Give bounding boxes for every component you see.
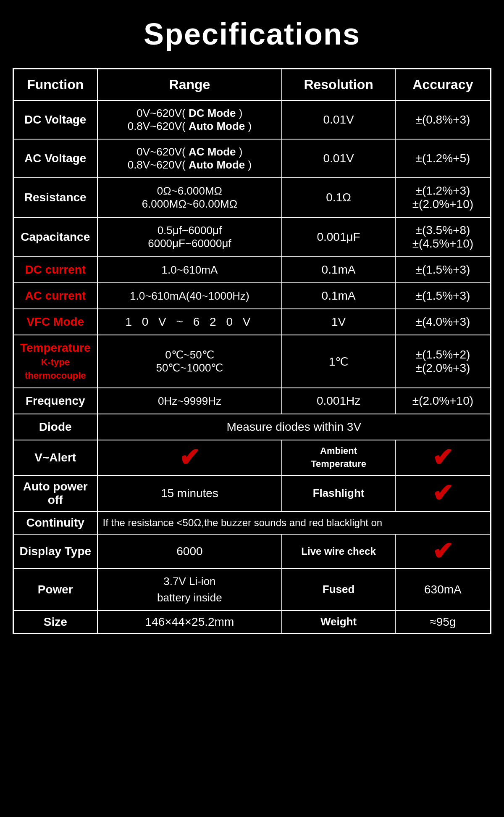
resolution-dc-voltage: 0.01V bbox=[282, 100, 395, 139]
table-row-autopoweroff: Auto power off 15 minutes Flashlight ✔ bbox=[13, 475, 491, 511]
displaytype-label-right: Live wire check bbox=[282, 534, 395, 569]
range-ac-voltage: 0V~620V( AC Mode )0.8V~620V( Auto Mode ) bbox=[97, 139, 282, 178]
range-resistance: 0Ω~6.000MΩ6.000MΩ~60.00MΩ bbox=[97, 178, 282, 217]
header-function: Function bbox=[13, 69, 97, 101]
resolution-vfc-mode: 1V bbox=[282, 309, 395, 335]
autopoweroff-label-right: Flashlight bbox=[282, 475, 395, 511]
accuracy-capacitance: ±(3.5%+8)±(4.5%+10) bbox=[395, 217, 491, 257]
table-row: Resistance 0Ω~6.000MΩ6.000MΩ~60.00MΩ 0.1… bbox=[13, 178, 491, 217]
size-label-right: Weight bbox=[282, 611, 395, 634]
accuracy-temperature: ±(1.5%+2)±(2.0%+3) bbox=[395, 335, 491, 388]
table-row: AC current 1.0~610mA(40~1000Hz) 0.1mA ±(… bbox=[13, 283, 491, 309]
range-diode: Measure diodes within 3V bbox=[97, 414, 491, 440]
table-row-displaytype: Display Type 6000 Live wire check ✔ bbox=[13, 534, 491, 569]
accuracy-ac-current: ±(1.5%+3) bbox=[395, 283, 491, 309]
table-row-valert: V~Alert ✔ AmbientTemperature ✔ bbox=[13, 440, 491, 475]
header-resolution: Resolution bbox=[282, 69, 395, 101]
function-size: Size bbox=[13, 611, 97, 634]
table-row: DC Voltage 0V~620V( DC Mode )0.8V~620V( … bbox=[13, 100, 491, 139]
function-power: Power bbox=[13, 569, 97, 611]
table-row: Diode Measure diodes within 3V bbox=[13, 414, 491, 440]
header-accuracy: Accuracy bbox=[395, 69, 491, 101]
range-temperature: 0℃~50℃50℃~1000℃ bbox=[97, 335, 282, 388]
table-row-power: Power 3.7V Li-ionbattery inside Fused 63… bbox=[13, 569, 491, 611]
displaytype-range: 6000 bbox=[97, 534, 282, 569]
valert-check-right: ✔ bbox=[395, 440, 491, 475]
range-dc-current: 1.0~610mA bbox=[97, 257, 282, 283]
displaytype-check-right: ✔ bbox=[395, 534, 491, 569]
power-range: 3.7V Li-ionbattery inside bbox=[97, 569, 282, 611]
accuracy-frequency: ±(2.0%+10) bbox=[395, 388, 491, 414]
resolution-resistance: 0.1Ω bbox=[282, 178, 395, 217]
function-diode: Diode bbox=[13, 414, 97, 440]
function-resistance: Resistance bbox=[13, 178, 97, 217]
function-dc-current: DC current bbox=[13, 257, 97, 283]
range-frequency: 0Hz~9999Hz bbox=[97, 388, 282, 414]
autopoweroff-range: 15 minutes bbox=[97, 475, 282, 511]
function-capacitance: Capacitance bbox=[13, 217, 97, 257]
function-vfc-mode: VFC Mode bbox=[13, 309, 97, 335]
function-autopoweroff: Auto power off bbox=[13, 475, 97, 511]
range-ac-current: 1.0~610mA(40~1000Hz) bbox=[97, 283, 282, 309]
accuracy-dc-current: ±(1.5%+3) bbox=[395, 257, 491, 283]
table-row-size: Size 146×44×25.2mm Weight ≈95g bbox=[13, 611, 491, 634]
size-range: 146×44×25.2mm bbox=[97, 611, 282, 634]
resolution-dc-current: 0.1mA bbox=[282, 257, 395, 283]
valert-check-left: ✔ bbox=[97, 440, 282, 475]
accuracy-ac-voltage: ±(1.2%+5) bbox=[395, 139, 491, 178]
function-ac-current: AC current bbox=[13, 283, 97, 309]
table-row: VFC Mode 1 0 V ~ 6 2 0 V 1V ±(4.0%+3) bbox=[13, 309, 491, 335]
table-row: AC Voltage 0V~620V( AC Mode )0.8V~620V( … bbox=[13, 139, 491, 178]
power-label-right: Fused bbox=[282, 569, 395, 611]
valert-label-right: AmbientTemperature bbox=[282, 440, 395, 475]
table-row: Capacitance 0.5μf~6000μf6000μF~60000μf 0… bbox=[13, 217, 491, 257]
accuracy-resistance: ±(1.2%+3)±(2.0%+10) bbox=[395, 178, 491, 217]
accuracy-dc-voltage: ±(0.8%+3) bbox=[395, 100, 491, 139]
resolution-capacitance: 0.001μF bbox=[282, 217, 395, 257]
range-capacitance: 0.5μf~6000μf6000μF~60000μf bbox=[97, 217, 282, 257]
function-temperature: TemperatureK-type thermocouple bbox=[13, 335, 97, 388]
continuity-text: If the resistance <50Ω,the buzzer sounds… bbox=[97, 511, 491, 534]
table-row: Frequency 0Hz~9999Hz 0.001Hz ±(2.0%+10) bbox=[13, 388, 491, 414]
size-value-right: ≈95g bbox=[395, 611, 491, 634]
function-continuity: Continuity bbox=[13, 511, 97, 534]
function-dc-voltage: DC Voltage bbox=[13, 100, 97, 139]
table-row: TemperatureK-type thermocouple 0℃~50℃50℃… bbox=[13, 335, 491, 388]
resolution-frequency: 0.001Hz bbox=[282, 388, 395, 414]
specs-table: Function Range Resolution Accuracy DC Vo… bbox=[13, 68, 491, 634]
table-row: DC current 1.0~610mA 0.1mA ±(1.5%+3) bbox=[13, 257, 491, 283]
table-row-continuity: Continuity If the resistance <50Ω,the bu… bbox=[13, 511, 491, 534]
autopoweroff-check-right: ✔ bbox=[395, 475, 491, 511]
page-title: Specifications bbox=[144, 17, 360, 51]
resolution-temperature: 1℃ bbox=[282, 335, 395, 388]
power-value-right: 630mA bbox=[395, 569, 491, 611]
function-valert: V~Alert bbox=[13, 440, 97, 475]
range-dc-voltage: 0V~620V( DC Mode )0.8V~620V( Auto Mode ) bbox=[97, 100, 282, 139]
function-ac-voltage: AC Voltage bbox=[13, 139, 97, 178]
function-frequency: Frequency bbox=[13, 388, 97, 414]
accuracy-vfc-mode: ±(4.0%+3) bbox=[395, 309, 491, 335]
header-range: Range bbox=[97, 69, 282, 101]
function-displaytype: Display Type bbox=[13, 534, 97, 569]
range-vfc-mode: 1 0 V ~ 6 2 0 V bbox=[97, 309, 282, 335]
resolution-ac-current: 0.1mA bbox=[282, 283, 395, 309]
resolution-ac-voltage: 0.01V bbox=[282, 139, 395, 178]
